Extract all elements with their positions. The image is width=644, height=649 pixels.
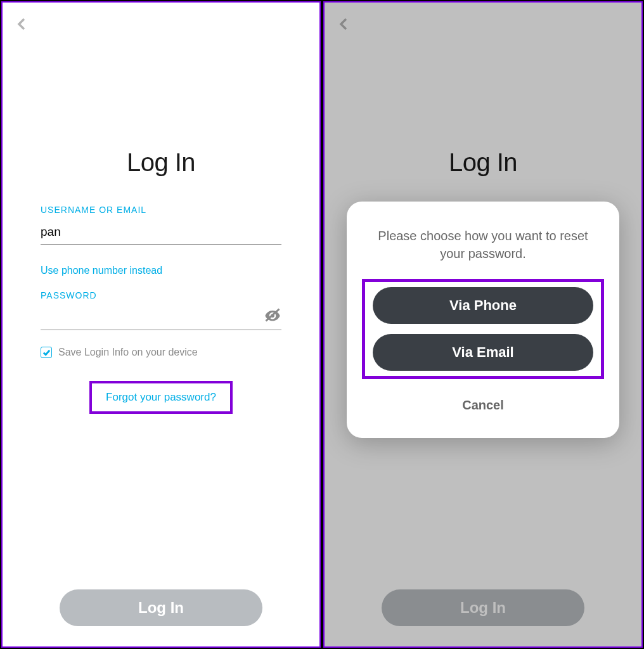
login-button[interactable]: Log In xyxy=(382,589,584,626)
use-phone-link[interactable]: Use phone number instead xyxy=(41,265,162,276)
login-screen-right: Log In USERNAME OR EMAIL Log In Please c… xyxy=(323,1,643,648)
login-button[interactable]: Log In xyxy=(60,589,262,626)
page-title: Log In xyxy=(127,148,195,177)
username-input[interactable] xyxy=(41,221,281,245)
forgot-password-highlight: Forgot your password? xyxy=(89,381,233,414)
login-screen-left: Log In USERNAME OR EMAIL Use phone numbe… xyxy=(1,1,321,648)
password-input[interactable] xyxy=(41,307,281,330)
back-button[interactable] xyxy=(16,16,32,32)
reset-options-highlight: Via Phone Via Email xyxy=(362,279,604,379)
back-button[interactable] xyxy=(338,16,354,32)
reset-password-modal: Please choose how you want to reset your… xyxy=(347,202,619,438)
via-phone-button[interactable]: Via Phone xyxy=(373,287,593,324)
cancel-button[interactable]: Cancel xyxy=(449,392,517,419)
toggle-password-visibility[interactable] xyxy=(264,306,281,324)
chevron-left-icon xyxy=(338,16,349,32)
save-login-checkbox[interactable] xyxy=(41,347,52,358)
password-field-group: PASSWORD xyxy=(41,290,281,330)
save-login-row: Save Login Info on your device xyxy=(41,347,281,358)
via-email-button[interactable]: Via Email xyxy=(373,334,593,371)
login-form: Log In USERNAME OR EMAIL Use phone numbe… xyxy=(3,148,319,414)
username-label: USERNAME OR EMAIL xyxy=(41,205,281,215)
username-field-group: USERNAME OR EMAIL xyxy=(41,205,281,245)
password-label: PASSWORD xyxy=(41,290,281,300)
eye-off-icon xyxy=(264,306,281,324)
forgot-password-link[interactable]: Forgot your password? xyxy=(106,391,216,403)
page-title: Log In xyxy=(449,148,517,177)
checkmark-icon xyxy=(42,349,51,357)
save-login-label: Save Login Info on your device xyxy=(58,347,198,358)
chevron-left-icon xyxy=(16,16,27,32)
modal-prompt: Please choose how you want to reset your… xyxy=(362,227,604,262)
